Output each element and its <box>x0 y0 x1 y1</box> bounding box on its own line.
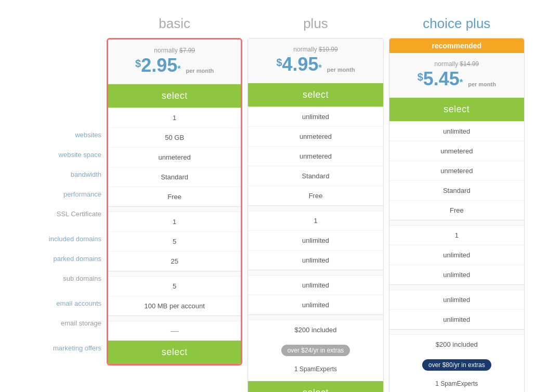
choice-plus-normally: normally $14.99 <box>395 60 519 68</box>
label-sub-domains: sub domains <box>10 268 101 288</box>
plus-normally: normally $10.99 <box>253 46 377 53</box>
cp-email-storage: unlimited <box>389 309 524 329</box>
plus-divider-3 <box>248 315 383 320</box>
plus-plan-column: plus normally $10.99 $4.95* per month se… <box>247 16 383 392</box>
plus-dollar: $ <box>276 56 282 69</box>
cp-marketing: $200 included <box>389 334 524 354</box>
plus-ssl: Free <box>248 186 383 205</box>
choice-plus-select-top-button[interactable]: select <box>389 98 524 121</box>
plus-title: plus <box>247 16 383 32</box>
label-parked-domains: parked domains <box>10 249 101 268</box>
plus-plan-card: normally $10.99 $4.95* per month select … <box>247 38 383 392</box>
basic-performance: Standard <box>108 167 241 187</box>
cp-divider-1 <box>389 220 524 225</box>
basic-ssl: Free <box>108 187 241 206</box>
label-email-storage: email storage <box>10 313 101 333</box>
cp-parked-domains: unlimited <box>389 245 524 265</box>
basic-divider-1 <box>108 206 241 212</box>
label-divider-2 <box>10 288 101 293</box>
plus-extra1: 1 SpamExperts <box>248 361 383 377</box>
plus-email-accounts: unlimited <box>248 275 383 295</box>
choice-plus-normal-price: $14.99 <box>460 60 479 68</box>
basic-dollar: $ <box>135 57 141 70</box>
plus-extras-badge: over $24/yr in extras <box>281 345 350 356</box>
plus-title-area: plus <box>247 16 383 38</box>
plus-select-bottom-button[interactable]: select <box>248 381 383 392</box>
label-bandwidth: bandwidth <box>10 164 101 184</box>
plus-divider-1 <box>248 205 383 211</box>
plus-divider-2 <box>248 270 383 275</box>
labels-column: websites website space bandwidth perform… <box>10 16 107 358</box>
choice-plus-title-area: choice plus <box>389 16 525 38</box>
choice-plus-plan-card: recommended normally $14.99 $5.45* per m… <box>389 38 525 392</box>
plus-performance: Standard <box>248 166 383 186</box>
label-included-domains: included domains <box>10 229 101 249</box>
plus-extras-row: over $24/yr in extras <box>248 339 383 361</box>
cp-websites: unlimited <box>389 121 524 141</box>
cp-divider-2 <box>389 284 524 290</box>
cp-performance: Standard <box>389 180 524 200</box>
basic-included-domains: 1 <box>108 212 241 231</box>
cp-ssl: Free <box>389 200 524 220</box>
label-performance: performance <box>10 184 101 204</box>
plus-select-top-button[interactable]: select <box>248 83 383 107</box>
plus-price-area: normally $10.99 $4.95* per month <box>248 38 383 83</box>
basic-plan-column: basic normally $7.99 $2.95* per month se… <box>107 16 242 392</box>
plus-big-price: $4.95* per month <box>253 53 377 75</box>
label-websites: websites <box>10 125 101 145</box>
label-ssl: SSL Certificate <box>10 204 101 224</box>
basic-normal-price: $7.99 <box>179 47 195 54</box>
plus-sub-domains: unlimited <box>248 250 383 270</box>
basic-parked-domains: 5 <box>108 231 241 251</box>
cp-extras-badge: over $80/yr in extras <box>422 359 491 371</box>
basic-bandwidth: unmetered <box>108 147 241 167</box>
choice-plus-title: choice plus <box>389 16 525 32</box>
label-website-space: website space <box>10 145 101 164</box>
plus-website-space: unmetered <box>248 126 383 146</box>
plus-marketing: $200 included <box>248 320 383 339</box>
basic-sub-domains: 25 <box>108 251 241 271</box>
basic-price-area: normally $7.99 $2.95* per month <box>108 40 241 84</box>
cp-bandwidth: unmetered <box>389 161 524 180</box>
plus-per-month: per month <box>327 67 355 73</box>
pricing-container: websites website space bandwidth perform… <box>10 10 525 392</box>
label-divider-1 <box>10 224 101 229</box>
basic-per-month: per month <box>186 68 214 74</box>
label-marketing-offers: marketing offers <box>10 338 101 358</box>
basic-title-area: basic <box>107 16 242 38</box>
cp-sub-domains: unlimited <box>389 265 524 284</box>
basic-email-storage: 100 MB per account <box>108 296 241 316</box>
choice-plus-big-price: $5.45* per month <box>395 68 519 90</box>
cp-included-domains: 1 <box>389 225 524 245</box>
label-email-accounts: email accounts <box>10 293 101 313</box>
basic-normally: normally $7.99 <box>113 47 236 54</box>
choice-plus-per-month: per month <box>468 81 496 88</box>
basic-websites: 1 <box>108 108 241 127</box>
basic-divider-2 <box>108 271 241 276</box>
recommended-badge: recommended <box>389 38 524 53</box>
basic-divider-3 <box>108 316 241 321</box>
label-divider-3 <box>10 333 101 338</box>
plus-normal-price: $10.99 <box>319 46 338 53</box>
basic-bottom-select-area: select <box>108 341 241 364</box>
plus-included-domains: 1 <box>248 211 383 230</box>
basic-website-space: 50 GB <box>108 127 241 147</box>
basic-email-accounts: 5 <box>108 276 241 296</box>
cp-website-space: unmetered <box>389 141 524 161</box>
cp-extra1: 1 SpamExperts <box>389 376 524 391</box>
plus-websites: unlimited <box>248 107 383 126</box>
plus-email-storage: unlimited <box>248 295 383 315</box>
cp-extras-row: over $80/yr in extras <box>389 354 524 376</box>
basic-select-top-button[interactable]: select <box>108 84 241 108</box>
plans-area: basic normally $7.99 $2.95* per month se… <box>107 16 525 392</box>
basic-title: basic <box>107 16 242 32</box>
choice-plus-dollar: $ <box>417 71 423 83</box>
basic-marketing: — <box>108 321 241 341</box>
plus-bandwidth: unmetered <box>248 146 383 166</box>
basic-big-price: $2.95* per month <box>113 54 236 76</box>
basic-select-bottom-button[interactable]: select <box>108 341 241 364</box>
choice-plus-plan-column: choice plus recommended normally $14.99 … <box>389 16 525 392</box>
choice-plus-price-area: normally $14.99 $5.45* per month <box>389 53 524 98</box>
cp-divider-3 <box>389 329 524 334</box>
plus-parked-domains: unlimited <box>248 230 383 250</box>
